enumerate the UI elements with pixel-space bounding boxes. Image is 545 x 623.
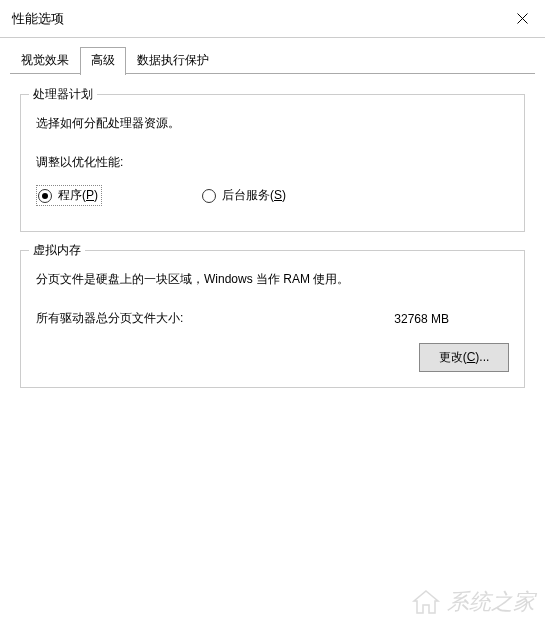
vm-total-row: 所有驱动器总分页文件大小: 32768 MB (36, 310, 509, 327)
vm-group-title: 虚拟内存 (29, 242, 85, 259)
vm-total-value: 32768 MB (394, 312, 449, 326)
tab-dep[interactable]: 数据执行保护 (126, 47, 220, 74)
radio-icon (38, 189, 52, 203)
radio-bgservices-label: 后台服务(S) (222, 187, 286, 204)
tab-visual-effects[interactable]: 视觉效果 (10, 47, 80, 74)
tab-bar: 视觉效果 高级 数据执行保护 (0, 38, 545, 74)
vm-button-row: 更改(C)... (36, 343, 509, 372)
window-title: 性能选项 (12, 10, 64, 28)
close-button[interactable] (499, 0, 545, 38)
radio-programs[interactable]: 程序(P) (36, 185, 102, 206)
adjust-label: 调整以优化性能: (36, 154, 509, 171)
close-icon (517, 13, 528, 24)
watermark: 系统之家 (411, 587, 535, 617)
processor-scheduling-group: 处理器计划 选择如何分配处理器资源。 调整以优化性能: 程序(P) 后台服务(S… (20, 94, 525, 232)
vm-total-label: 所有驱动器总分页文件大小: (36, 310, 183, 327)
processor-group-title: 处理器计划 (29, 86, 97, 103)
processor-desc: 选择如何分配处理器资源。 (36, 115, 509, 132)
radio-background-services[interactable]: 后台服务(S) (202, 187, 286, 204)
change-button[interactable]: 更改(C)... (419, 343, 509, 372)
vm-desc: 分页文件是硬盘上的一块区域，Windows 当作 RAM 使用。 (36, 271, 509, 288)
radio-programs-label: 程序(P) (58, 187, 98, 204)
home-icon (411, 589, 441, 615)
watermark-text: 系统之家 (447, 587, 535, 617)
virtual-memory-group: 虚拟内存 分页文件是硬盘上的一块区域，Windows 当作 RAM 使用。 所有… (20, 250, 525, 388)
tab-advanced[interactable]: 高级 (80, 47, 126, 75)
titlebar: 性能选项 (0, 0, 545, 38)
radio-row: 程序(P) 后台服务(S) (36, 185, 509, 216)
radio-icon (202, 189, 216, 203)
tab-content: 处理器计划 选择如何分配处理器资源。 调整以优化性能: 程序(P) 后台服务(S… (0, 74, 545, 388)
